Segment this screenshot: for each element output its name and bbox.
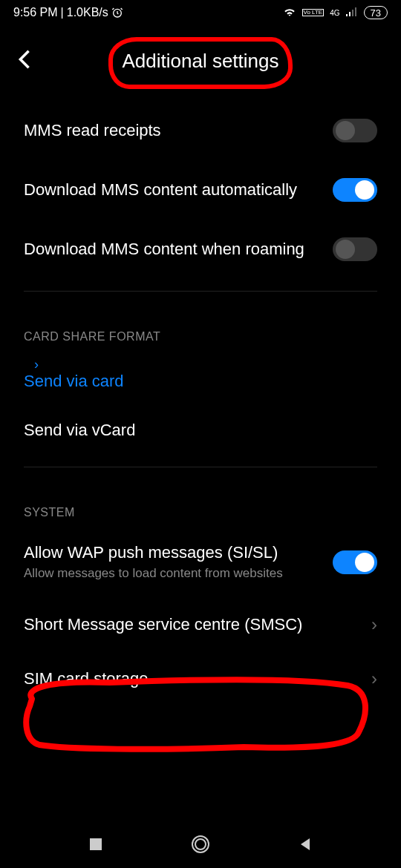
wifi-icon	[283, 6, 296, 19]
svg-rect-1	[346, 14, 348, 16]
navigation-bar	[0, 823, 401, 868]
wap-label: Allow WAP push messages (SI/SL)	[24, 543, 315, 562]
sim-storage-label: SIM card storage	[24, 669, 353, 688]
back-button[interactable]	[15, 43, 34, 79]
signal-icon	[346, 6, 358, 19]
section-header-system: SYSTEM	[24, 479, 377, 533]
header: Additional settings	[0, 25, 401, 101]
nav-back-button[interactable]	[298, 837, 313, 855]
toggle-mms-read-receipts[interactable]	[333, 119, 377, 142]
nav-home-button[interactable]	[191, 835, 210, 857]
svg-rect-5	[90, 838, 102, 850]
section-header-card-share: CARD SHARE FORMAT	[24, 303, 377, 357]
smsc-label: Short Message service centre (SMSC)	[24, 615, 353, 634]
svg-rect-2	[349, 12, 351, 16]
network-label: 4G	[330, 9, 339, 17]
toggle-download-auto[interactable]	[333, 178, 377, 202]
battery-indicator: 73	[364, 6, 388, 19]
row-download-auto[interactable]: Download MMS content automatically	[24, 160, 377, 220]
status-bar: 9:56 PM | 1.0KB/s Vo LTE 4G 73	[0, 0, 401, 25]
status-time: 9:56 PM	[13, 6, 58, 19]
status-right: Vo LTE 4G 73	[283, 6, 388, 19]
settings-list: MMS read receipts Download MMS content a…	[0, 101, 401, 714]
svg-rect-4	[355, 7, 356, 16]
selected-check-icon: ›	[34, 357, 39, 372]
mms-read-receipts-label: MMS read receipts	[24, 121, 315, 140]
alarm-icon	[111, 7, 123, 19]
volte-icon: Vo LTE	[302, 9, 325, 16]
svg-point-7	[195, 839, 206, 849]
divider	[24, 291, 377, 292]
row-send-via-vcard[interactable]: Send via vCard	[24, 406, 377, 455]
status-left: 9:56 PM | 1.0KB/s	[13, 6, 123, 19]
row-smsc[interactable]: Short Message service centre (SMSC) ›	[24, 595, 377, 654]
row-send-via-card[interactable]: Send via card	[24, 357, 377, 406]
chevron-right-icon: ›	[371, 668, 377, 689]
row-sim-storage[interactable]: SIM card storage ›	[24, 654, 377, 714]
svg-rect-3	[352, 10, 353, 16]
wap-sub: Allow messages to load content from webs…	[24, 565, 315, 582]
nav-recents-button[interactable]	[88, 837, 103, 855]
row-mms-read-receipts[interactable]: MMS read receipts	[24, 101, 377, 160]
toggle-wap-push[interactable]	[333, 550, 377, 574]
download-auto-label: Download MMS content automatically	[24, 180, 315, 200]
chevron-right-icon: ›	[371, 614, 377, 635]
row-download-roaming[interactable]: Download MMS content when roaming	[24, 220, 377, 279]
status-speed: 1.0KB/s	[67, 6, 108, 19]
toggle-download-roaming[interactable]	[333, 237, 377, 261]
download-roaming-label: Download MMS content when roaming	[24, 240, 315, 259]
page-title: Additional settings	[122, 50, 278, 73]
divider	[24, 467, 377, 467]
row-wap-push[interactable]: Allow WAP push messages (SI/SL) Allow me…	[24, 533, 377, 595]
